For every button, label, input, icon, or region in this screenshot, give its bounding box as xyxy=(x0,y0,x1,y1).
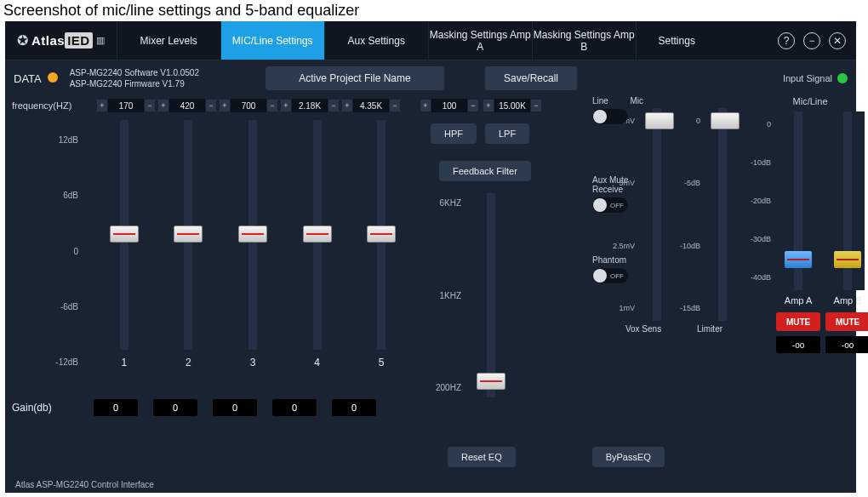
reset-eq-button[interactable]: Reset EQ xyxy=(448,447,516,467)
help-icon[interactable]: ? xyxy=(778,32,795,49)
bars-icon: ▥ xyxy=(96,35,105,46)
gain-5[interactable]: 0 xyxy=(332,399,376,416)
vox-sens-label: Vox Sens xyxy=(625,324,661,334)
aux-mute-switch[interactable]: OFF xyxy=(592,197,628,213)
vox-sens-slider[interactable] xyxy=(640,108,674,321)
tab-mixer-levels[interactable]: Mixer Levels xyxy=(117,21,220,60)
amp-a-mute[interactable]: MUTE xyxy=(776,312,820,331)
main-area: frequency(HZ) +170− +420− +700− +2.18K− … xyxy=(5,96,856,472)
freq-spinner-5[interactable]: +4.35K− xyxy=(342,99,400,112)
tab-aux-settings[interactable]: Aux Settings xyxy=(324,21,428,60)
phantom-switch[interactable]: OFF xyxy=(592,268,628,283)
gain-1[interactable]: 0 xyxy=(94,399,138,416)
data-label: DATA xyxy=(14,72,58,85)
amp-b-slider[interactable] xyxy=(831,111,865,290)
logo: ✪ AtlasIED ▥ xyxy=(5,21,117,60)
globe-icon: ✪ xyxy=(17,32,28,49)
limiter-slider[interactable] xyxy=(705,108,740,321)
limiter-scale: 0-5dB-10dB-15dB xyxy=(680,108,700,321)
mic-line-label: Mic/Line xyxy=(751,96,868,106)
gain-row: Gain(db) 0 0 0 0 0 xyxy=(12,399,412,416)
eq-db-scale: 12dB6dB0-6dB-12dB xyxy=(12,120,94,392)
amp-scale: 0-10dB-20dB-30dB-40dB xyxy=(751,111,771,290)
freq-spinner-4[interactable]: +2.18K− xyxy=(281,99,339,112)
tab-masking-a[interactable]: Masking Settings Amp A xyxy=(428,21,532,60)
hpf-spinner[interactable]: +100− xyxy=(420,99,478,112)
tab-mic-line[interactable]: MIC/Line Settings xyxy=(220,21,324,60)
limiter-label: Limiter xyxy=(697,324,722,334)
eq-slider-2[interactable] xyxy=(168,120,208,350)
amp-a-value: -oo xyxy=(776,336,820,353)
eq-section: frequency(HZ) +170− +420− +700− +2.18K− … xyxy=(12,96,412,472)
frequency-row: frequency(HZ) +170− +420− +700− +2.18K− … xyxy=(12,96,412,115)
app-window: ✪ AtlasIED ▥ Mixer Levels MIC/Line Setti… xyxy=(5,21,856,493)
page-caption: Screenshot of mic/line settings and 5-ba… xyxy=(0,0,868,21)
lpf-spinner[interactable]: +15.00K− xyxy=(483,99,541,112)
gain-2[interactable]: 0 xyxy=(153,399,197,416)
eq-slider-5[interactable] xyxy=(362,120,401,350)
close-icon[interactable]: ✕ xyxy=(829,32,846,49)
top-bar: ✪ AtlasIED ▥ Mixer Levels MIC/Line Setti… xyxy=(5,21,856,60)
feedback-slider[interactable] xyxy=(471,193,511,397)
eq-slider-4[interactable] xyxy=(298,120,337,350)
input-signal-label: Input Signal xyxy=(783,73,832,83)
center-panel: +100− +15.00K− HPF LPF Feedback Filter 6… xyxy=(415,96,585,397)
tab-masking-b[interactable]: Masking Settings Amp B xyxy=(532,21,636,60)
gain-3[interactable]: 0 xyxy=(213,399,257,416)
lpf-button[interactable]: LPF xyxy=(485,123,529,144)
active-project-button[interactable]: Active Project File Name xyxy=(266,66,444,90)
frequency-label: frequency(HZ) xyxy=(12,100,94,111)
eq-slider-1[interactable] xyxy=(105,120,144,350)
line-mic-switch[interactable] xyxy=(592,109,628,124)
gain-4[interactable]: 0 xyxy=(272,399,317,416)
logo-text: AtlasIED xyxy=(31,33,93,48)
save-recall-button[interactable]: Save/Recall xyxy=(485,66,577,90)
minimize-icon[interactable]: − xyxy=(803,32,820,49)
freq-spinner-3[interactable]: +700− xyxy=(220,99,277,112)
info-row: DATA ASP-MG2240 Software V1.0.0502 ASP-M… xyxy=(5,60,856,96)
amp-b-label: Amp B xyxy=(834,295,862,306)
freq-spinner-2[interactable]: +420− xyxy=(158,99,216,112)
software-info: ASP-MG2240 Software V1.0.0502 ASP-MG2240… xyxy=(70,67,199,89)
amp-a-label: Amp A xyxy=(785,295,812,306)
gain-label: Gain(db) xyxy=(12,402,78,414)
amp-a-slider[interactable] xyxy=(781,111,815,290)
status-dot-green xyxy=(837,73,848,83)
tab-settings[interactable]: Settings xyxy=(636,21,717,60)
vox-scale: 10mV5mV2.5mV1mV xyxy=(613,108,635,321)
feedback-scale: 6KHZ1KHZ200HZ xyxy=(436,193,461,397)
amp-b-value: -oo xyxy=(825,336,868,353)
right-cluster: Line Mic Aux Mute Receive OFF Phantom OF… xyxy=(592,96,848,353)
footer-text: Atlas ASP-MG2240 Control Interface xyxy=(15,480,154,489)
freq-spinner-1[interactable]: +170− xyxy=(97,99,155,112)
amp-b-mute[interactable]: MUTE xyxy=(825,312,868,331)
feedback-filter-button[interactable]: Feedback Filter xyxy=(439,161,531,181)
bypass-eq-button[interactable]: ByPassEQ xyxy=(592,447,665,467)
eq-slider-3[interactable] xyxy=(233,120,272,350)
status-dot-orange xyxy=(48,72,58,83)
hpf-button[interactable]: HPF xyxy=(431,123,477,144)
